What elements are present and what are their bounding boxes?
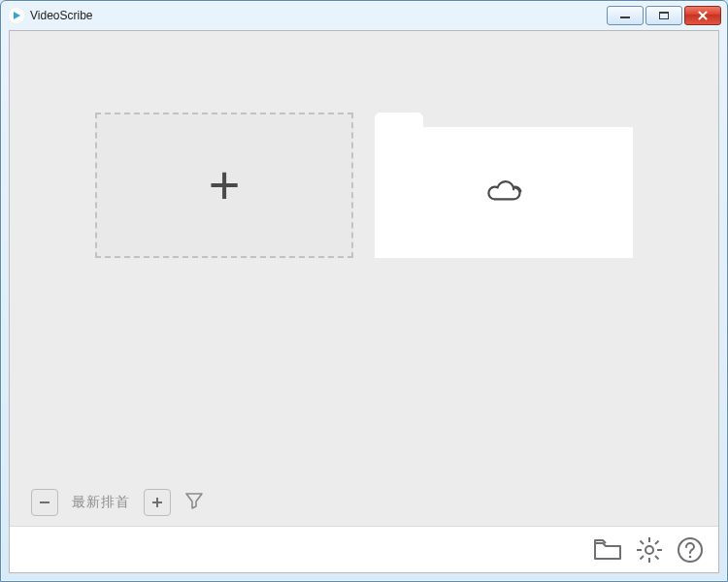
plus-icon: + (209, 158, 241, 212)
minimize-button[interactable] (607, 6, 644, 25)
svg-point-13 (678, 538, 702, 562)
folder-body (375, 127, 633, 258)
help-button[interactable] (676, 535, 705, 565)
svg-point-14 (689, 555, 692, 558)
minimize-icon (620, 16, 630, 18)
minus-icon (38, 496, 51, 509)
svg-line-11 (655, 540, 659, 544)
window-controls (607, 6, 721, 25)
sort-label: 最新排首 (72, 494, 130, 511)
svg-point-4 (645, 546, 653, 554)
app-icon (9, 8, 24, 23)
close-button[interactable] (684, 6, 721, 25)
svg-rect-1 (40, 501, 50, 503)
folder-icon (592, 536, 623, 564)
svg-line-12 (641, 556, 645, 560)
cloud-folder-tile[interactable] (375, 113, 633, 258)
svg-line-10 (655, 556, 659, 560)
gear-icon (635, 535, 664, 565)
settings-button[interactable] (635, 535, 664, 565)
titlebar[interactable]: VideoScribe (1, 1, 727, 30)
zoom-in-button[interactable] (144, 489, 171, 516)
bottom-bar (10, 526, 718, 572)
svg-marker-0 (14, 12, 20, 19)
funnel-icon (184, 491, 204, 510)
cloud-icon (482, 176, 525, 210)
svg-line-9 (641, 540, 645, 544)
close-icon (697, 11, 709, 20)
maximize-icon (659, 12, 669, 19)
app-window: VideoScribe + (0, 0, 728, 582)
maximize-button[interactable] (645, 6, 682, 25)
new-scribe-tile[interactable]: + (95, 113, 353, 258)
help-icon (676, 535, 705, 565)
client-area: + 最新排首 (9, 30, 719, 573)
plus-small-icon (150, 496, 164, 509)
svg-rect-3 (156, 498, 158, 507)
zoom-out-button[interactable] (31, 489, 58, 516)
open-folder-button[interactable] (592, 536, 623, 564)
project-controls: 最新排首 (31, 489, 204, 516)
filter-button[interactable] (184, 491, 204, 514)
window-title: VideoScribe (30, 9, 607, 22)
projects-grid: + (10, 31, 718, 475)
